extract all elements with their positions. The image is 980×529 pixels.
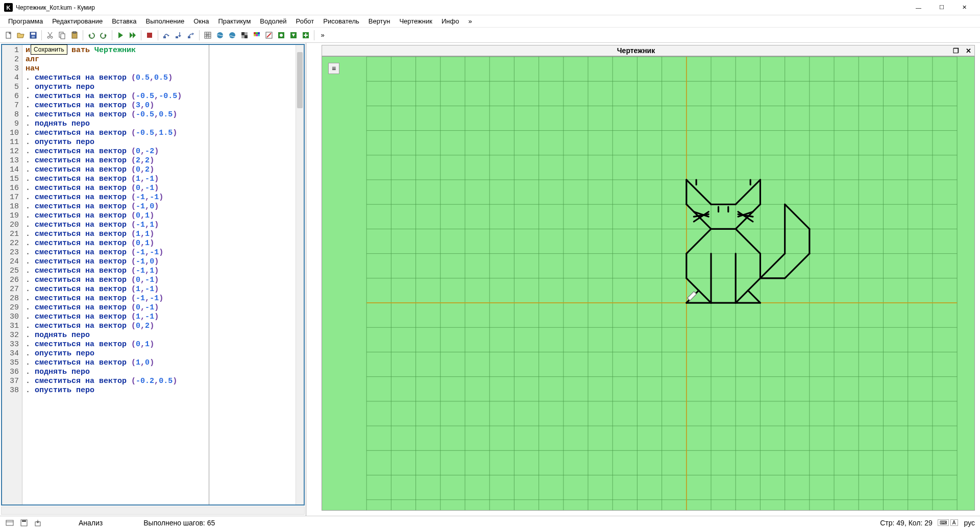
draw-restore-button[interactable]: ❐ — [950, 47, 962, 55]
svg-rect-44 — [258, 34, 260, 36]
toolbar-overflow-button[interactable]: » — [317, 30, 328, 41]
svg-line-121 — [687, 229, 711, 253]
status-console-icon[interactable] — [5, 518, 14, 527]
editor-panel: 1234567891011121314151617181920212223242… — [0, 43, 306, 516]
draw-svg — [322, 57, 974, 510]
menu-item-12[interactable]: » — [464, 16, 476, 26]
tool-water2-button[interactable] — [227, 30, 238, 41]
menu-item-3[interactable]: Выполнение — [141, 16, 188, 26]
canvas-menu-button[interactable]: ≡ — [328, 63, 339, 74]
svg-rect-37 — [244, 32, 248, 35]
svg-rect-140 — [22, 520, 26, 522]
status-save-icon[interactable] — [19, 518, 29, 527]
menu-item-5[interactable]: Практикум — [214, 16, 255, 26]
window-minimize-button[interactable]: — — [907, 0, 930, 15]
tool-water-button[interactable] — [214, 30, 226, 41]
svg-line-104 — [748, 291, 760, 303]
svg-rect-43 — [256, 34, 258, 36]
new-file-button[interactable] — [3, 30, 14, 41]
undo-button[interactable] — [86, 30, 97, 41]
menu-item-7[interactable]: Робот — [292, 16, 318, 26]
svg-rect-137 — [6, 520, 13, 525]
menu-item-0[interactable]: Программа — [4, 16, 47, 26]
svg-rect-11 — [61, 34, 65, 39]
paste-button[interactable] — [69, 30, 80, 41]
svg-marker-26 — [192, 33, 194, 35]
svg-rect-36 — [244, 35, 248, 38]
svg-rect-42 — [254, 34, 256, 36]
svg-marker-17 — [130, 32, 133, 38]
open-file-button[interactable] — [15, 30, 27, 41]
svg-marker-16 — [118, 32, 123, 38]
svg-rect-41 — [258, 32, 260, 34]
cut-button[interactable] — [44, 30, 56, 41]
svg-rect-22 — [176, 36, 178, 38]
window-close-button[interactable]: ✕ — [953, 0, 976, 15]
tool-robot-green2-button[interactable] — [288, 30, 299, 41]
menu-item-11[interactable]: Инфо — [437, 16, 463, 26]
draw-title: Чертежник — [322, 46, 950, 55]
svg-rect-19 — [147, 33, 152, 38]
status-kb-indicator: ⌨A — [938, 519, 958, 526]
svg-text:10: 10 — [206, 33, 209, 36]
editor[interactable]: 1234567891011121314151617181920212223242… — [1, 44, 305, 506]
editor-vscroll[interactable] — [296, 45, 304, 504]
svg-line-110 — [785, 254, 810, 278]
svg-rect-20 — [163, 36, 166, 38]
statusbar: Анализ Выполнено шагов: 65 Стр: 49, Кол:… — [0, 516, 980, 529]
svg-rect-35 — [241, 32, 244, 35]
draw-panel: Чертежник ❐ ✕ ≡ — [306, 43, 980, 516]
svg-point-34 — [229, 32, 235, 38]
window-title: Чертежник_Кот.kum - Кумир — [16, 4, 907, 11]
run-fast-button[interactable] — [127, 30, 138, 41]
svg-marker-143 — [36, 521, 39, 523]
svg-line-108 — [785, 204, 810, 229]
menu-item-4[interactable]: Окна — [189, 16, 213, 26]
status-steps: Выполнено шагов: 65 — [143, 519, 215, 527]
svg-rect-38 — [241, 35, 244, 38]
copy-button[interactable] — [57, 30, 68, 41]
draw-close-button[interactable]: ✕ — [962, 47, 974, 55]
code-area[interactable]: и вать Чертежник алг нач . сместиться на… — [22, 45, 209, 504]
menu-item-9[interactable]: Вертун — [364, 16, 395, 26]
tool-grid-button[interactable]: 10 — [202, 30, 213, 41]
scroll-thumb[interactable] — [297, 52, 303, 108]
tool-paint-button[interactable] — [263, 30, 275, 41]
status-cursor-pos: Стр: 49, Кол: 29 — [880, 519, 933, 527]
svg-marker-2 — [17, 33, 24, 38]
editor-hscroll[interactable] — [1, 507, 305, 515]
tool-robot-green-button[interactable] — [276, 30, 287, 41]
save-file-button[interactable] — [28, 30, 39, 41]
status-analysis: Анализ — [79, 519, 103, 527]
menu-item-8[interactable]: Рисователь — [319, 16, 363, 26]
window-maximize-button[interactable]: ☐ — [930, 0, 953, 15]
status-out-icon[interactable] — [34, 518, 43, 527]
tool-robot-green3-button[interactable] — [300, 30, 311, 41]
run-button[interactable] — [115, 30, 126, 41]
svg-point-48 — [280, 34, 283, 37]
svg-marker-18 — [133, 32, 136, 38]
menu-item-1[interactable]: Редактирование — [48, 16, 107, 26]
draw-header: Чертежник ❐ ✕ — [322, 45, 975, 56]
tooltip-save: Сохранить — [31, 44, 67, 55]
stop-button[interactable] — [144, 30, 155, 41]
editor-right-split — [209, 45, 296, 504]
svg-line-116 — [736, 180, 760, 204]
redo-button[interactable] — [98, 30, 109, 41]
svg-rect-39 — [254, 32, 256, 34]
step-into-button[interactable] — [173, 30, 184, 41]
svg-rect-40 — [256, 32, 258, 34]
menu-item-6[interactable]: Водолей — [256, 16, 290, 26]
step-out-button[interactable] — [185, 30, 197, 41]
draw-canvas[interactable]: ≡ — [322, 56, 975, 511]
tool-checker-button[interactable] — [239, 30, 250, 41]
tool-pixels-button[interactable] — [251, 30, 262, 41]
menu-item-10[interactable]: Чертежник — [395, 16, 436, 26]
svg-marker-136 — [688, 292, 697, 301]
menu-item-2[interactable]: Вставка — [108, 16, 140, 26]
svg-rect-4 — [31, 33, 35, 35]
svg-rect-5 — [32, 36, 35, 38]
step-over-button[interactable] — [161, 30, 172, 41]
svg-marker-24 — [178, 35, 181, 37]
line-gutter: 1234567891011121314151617181920212223242… — [2, 45, 22, 504]
